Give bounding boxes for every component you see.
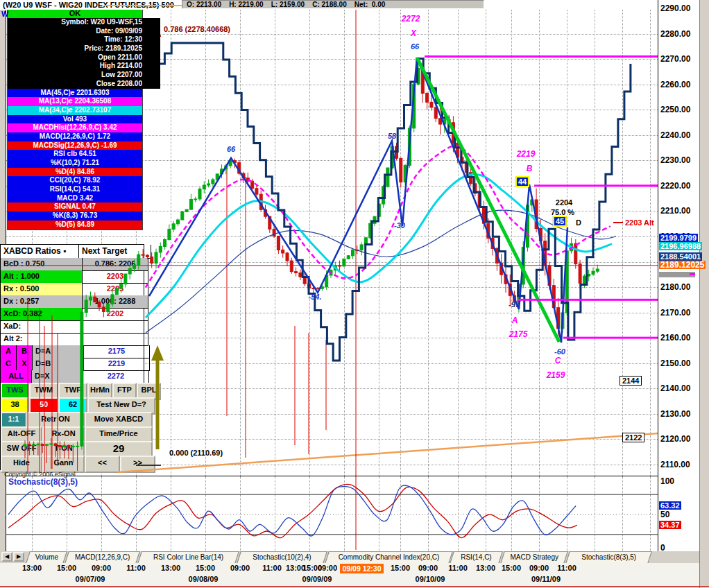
info-row: Date: 09/09/09	[8, 27, 160, 36]
xabcd-cell: Alt 2:	[1, 333, 83, 346]
info-row: Close 2208.00	[8, 80, 160, 89]
info-row: RSI clb 64.51	[8, 150, 142, 159]
indicator-tab[interactable]: RSI Color Line Bar(14)	[137, 551, 239, 564]
xabcd-row: 385062Test New D=?	[1, 397, 144, 412]
xabcd-cell: D=X	[32, 370, 83, 383]
info-row: MA(45,C)e 2201.6303	[8, 89, 142, 98]
indicator-tab-label: Stochastic(8(3),5)	[568, 552, 649, 562]
date-label: 09/07/09	[76, 575, 105, 583]
indicator-tab[interactable]: Commodity Channel Index(20,C)	[325, 551, 452, 564]
xabcd-cell: XaD:	[1, 320, 83, 334]
trading-app-window: (W20 U9 WSF - WIG20 INDEX FUTURES,15) 50…	[0, 0, 709, 588]
stochastic-plot[interactable]	[6, 476, 658, 551]
xabcd-cell: Rx : 0.500	[1, 283, 83, 296]
date-label: 09/10/09	[416, 575, 445, 583]
xabcd-cell	[83, 320, 148, 334]
info-row: MACDHist(12,26,9,C) 3.42	[8, 123, 142, 132]
xabcd-row: XaD:	[1, 320, 144, 333]
time-tick: 09:00	[318, 564, 337, 572]
indicator-tab[interactable]: MACD Strategy	[500, 551, 568, 564]
xabcd-cell: 1.000: 2288	[83, 295, 148, 309]
indicator-tab[interactable]: MACD(12,26,9,C)	[65, 551, 140, 564]
xabcd-row: 1:1Retr ONMove XABCD	[1, 412, 144, 426]
xabcd-row: Alt-OFFRx-ONTime/Price	[1, 426, 144, 441]
indicator-tab-label: Commodity Channel Index(20,C)	[327, 552, 450, 562]
right-window-edge	[699, 0, 709, 588]
time-tick: 13:00	[476, 564, 495, 572]
price-axis-column[interactable]	[658, 0, 699, 551]
info-row: Time: 12:30	[8, 35, 160, 44]
info-row: Low 2207.00	[8, 71, 160, 80]
xabcd-cell: BcD : 0.750	[1, 258, 83, 271]
indicator-tab[interactable]: Stochastic(8(3),5)	[565, 551, 652, 564]
xabcd-row: Alt 2:	[1, 333, 144, 345]
xabcd-cell: B	[17, 345, 33, 358]
xabcd-cell	[83, 333, 148, 346]
xabcd-header-cell: Next Target	[79, 245, 151, 259]
indicator-tab[interactable]: Stochastic(10(2),4)	[237, 551, 327, 564]
xabcd-cell: ALL	[1, 370, 32, 383]
info-row: Symbol: W20 U9-WSF,15	[8, 18, 160, 27]
info-row: %K(10,2) 71.21	[8, 159, 142, 168]
time-tick: 15:00	[57, 564, 76, 572]
xabcd-ratios-panel: XABCD Ratios ▪Next TargetBcD : 0.7500.78…	[0, 244, 144, 470]
xabcd-row: Dx : 0.2571.000: 2288	[1, 295, 144, 308]
left-arrow-icon: ◀	[5, 553, 9, 560]
time-tick: 11:00	[557, 564, 576, 572]
xabcd-row: ABD=A2175	[1, 345, 144, 358]
xabcd-row: XABCD Ratios ▪Next Target	[1, 245, 144, 258]
info-row: Vol 493	[8, 115, 142, 124]
info-row: Price: 2189.12025	[8, 44, 160, 53]
info-row: RSI(14,C) 54.31	[8, 185, 142, 194]
indicator-tab-label: Volume	[28, 552, 65, 562]
tab-scroll-right-button[interactable]: ▶	[13, 552, 24, 562]
xabcd-cell: Alt : 1.000	[1, 270, 83, 284]
info-row: SIGNAL 0.47	[8, 202, 142, 211]
info-panel-header[interactable]: OK	[8, 9, 142, 18]
xabcd-cell: 2205	[83, 283, 148, 296]
date-label: 09/11/09	[531, 575, 561, 583]
ohlc-readout: O: 2213.00 H: 2219.00 L: 2159.00 C: 2188…	[182, 0, 484, 9]
indicator-tab[interactable]: Volume	[26, 551, 67, 564]
window-glyph: W	[1, 10, 8, 18]
time-axis: 09/09 12:30 13:0015:0009:0011:0013:0015:…	[0, 563, 699, 586]
xabcd-cell: D=B	[33, 358, 84, 371]
stoch-top-border	[6, 476, 658, 476]
stochastic-title: Stochastic(8(3),5)	[8, 477, 78, 487]
xabcd-button[interactable]: <<	[85, 456, 120, 473]
indicator-tab-label: MACD(12,26,9,C)	[68, 552, 138, 562]
time-tick: 11:00	[448, 564, 468, 572]
indicator-tab-label: RSI Color Line Bar(14)	[141, 552, 237, 562]
indicator-tab[interactable]: RSI(14,C)	[450, 551, 502, 564]
xabcd-cell: 2175	[84, 345, 150, 358]
info-row: %D(5) 84.89	[8, 220, 142, 230]
time-tick: 13:00	[161, 564, 180, 572]
time-tick: 11:00	[262, 564, 282, 572]
info-row: MACD(12,26,9,C) 1.72	[8, 132, 142, 141]
date-label: 09/08/09	[189, 575, 219, 583]
date-label: 09/09/09	[302, 575, 332, 583]
info-row: High 2214.00	[8, 62, 160, 71]
xabcd-cell: 2272	[83, 370, 149, 383]
time-tick: 15:00	[502, 564, 521, 572]
xabcd-cell: Dx : 0.257	[1, 295, 83, 309]
info-row: MACDSig(12,26,9,C) -1.69	[8, 141, 142, 150]
bottom-red-line	[0, 586, 709, 587]
tab-scroll-left-button[interactable]: ◀	[1, 552, 12, 562]
xabcd-cell: X	[17, 358, 33, 371]
indicator-tab-label: Stochastic(10(2),4)	[239, 552, 325, 562]
xabcd-button[interactable]: >>	[120, 456, 155, 473]
time-tick: 13:00	[22, 564, 42, 572]
info-row: %K(8,3) 76.73	[8, 211, 142, 220]
selected-bar-time-badge: 09/09 12:30	[340, 564, 384, 573]
xabcd-row: CXD=B2219	[1, 358, 144, 370]
xabcd-cell: C	[1, 358, 17, 371]
time-tick: 09:00	[92, 564, 111, 572]
time-tick: 09:00	[230, 564, 250, 572]
xabcd-row: BcD : 0.7500.786: 2206	[1, 258, 144, 270]
info-row: CCI(20,C) 78.92	[8, 176, 142, 185]
info-row: %D(4) 84.86	[8, 168, 142, 177]
xabcd-row: TWSTWMTWFHrMnFTPBPL	[1, 383, 144, 397]
xabcd-row: XcD: 0.3822202	[1, 308, 144, 320]
xabcd-cell: A	[1, 345, 17, 358]
